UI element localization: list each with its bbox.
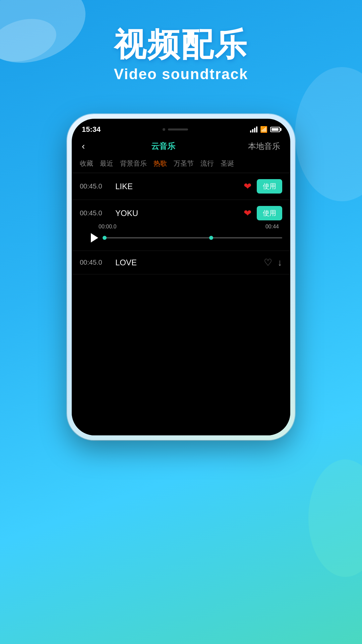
player-time-labels: 00:00.0 00:44: [80, 224, 282, 230]
status-icons: 📶: [250, 126, 280, 133]
notch-dot: [163, 128, 165, 131]
tab-collect[interactable]: 收藏: [80, 159, 93, 168]
header-area: 视频配乐 Video soundtrack: [0, 0, 362, 83]
song-row-love: 00:45.0 LOVE ♡ ↓: [80, 257, 282, 268]
notch-bar: [168, 128, 188, 130]
cloud-music-tab[interactable]: 云音乐: [78, 141, 248, 152]
song-row: 00:45.0 LIKE ❤ 使用: [80, 179, 282, 194]
song-duration: 00:45.0: [80, 182, 110, 190]
wifi-icon: 📶: [260, 126, 267, 133]
phone-screen: 15:34 📶: [72, 119, 290, 435]
category-tabs: 收藏 最近 背景音乐 热歌 万圣节 流行 圣诞: [72, 157, 290, 173]
nav-bar: ‹ 云音乐 本地音乐: [72, 137, 290, 157]
empty-screen-area: [72, 274, 290, 435]
main-title: 视频配乐: [0, 27, 362, 62]
tab-popular[interactable]: 流行: [200, 159, 214, 168]
song-list: 00:45.0 LIKE ❤ 使用 00:45.0 YOKU ❤ 使用: [72, 173, 290, 274]
time-start: 00:00.0: [99, 224, 116, 230]
status-bar: 15:34 📶: [72, 119, 290, 137]
use-button-like[interactable]: 使用: [257, 179, 282, 194]
tab-hot[interactable]: 热歌: [154, 159, 167, 168]
song-duration-yoku: 00:45.0: [80, 209, 110, 217]
progress-dot-start[interactable]: [103, 236, 107, 240]
song-name-yoku: YOKU: [115, 209, 238, 218]
sub-title: Video soundtrack: [0, 66, 362, 83]
play-button[interactable]: [88, 231, 101, 245]
song-name-love: LOVE: [115, 258, 258, 267]
status-time: 15:34: [82, 125, 101, 134]
signal-icon: [250, 126, 257, 132]
phone-inner: 15:34 📶: [72, 119, 290, 435]
notch: [155, 125, 195, 134]
progress-bar-area: [80, 231, 282, 245]
progress-track[interactable]: [105, 237, 282, 238]
song-name-like: LIKE: [115, 182, 238, 191]
tab-bgm[interactable]: 背景音乐: [120, 159, 147, 168]
tab-recent[interactable]: 最近: [100, 159, 113, 168]
tab-christmas[interactable]: 圣诞: [221, 159, 234, 168]
like-button-yoku[interactable]: ❤: [244, 208, 251, 219]
like-button-love[interactable]: ♡: [264, 257, 272, 268]
player-controls: 00:00.0 00:44: [80, 224, 282, 245]
song-duration-love: 00:45.0: [80, 259, 110, 266]
song-row-yoku: 00:45.0 YOKU ❤ 使用: [80, 206, 282, 220]
local-music-tab[interactable]: 本地音乐: [248, 141, 280, 152]
song-item-love: 00:45.0 LOVE ♡ ↓: [72, 251, 290, 274]
song-item-like: 00:45.0 LIKE ❤ 使用: [72, 173, 290, 200]
phone-mockup: 15:34 📶: [67, 114, 295, 440]
tab-halloween[interactable]: 万圣节: [174, 159, 194, 168]
bg-decoration-3: [295, 67, 362, 201]
time-end: 00:44: [265, 224, 279, 230]
play-triangle-icon: [91, 233, 98, 243]
download-button-love[interactable]: ↓: [278, 257, 282, 268]
phone-outer-shell: 15:34 📶: [67, 114, 295, 440]
use-button-yoku[interactable]: 使用: [257, 206, 282, 220]
like-button-like[interactable]: ❤: [244, 181, 251, 192]
bg-decoration-4: [308, 460, 362, 577]
progress-dot-end[interactable]: [209, 236, 213, 240]
battery-icon: [270, 127, 280, 132]
song-item-yoku: 00:45.0 YOKU ❤ 使用 00:00.0 00:44: [72, 200, 290, 251]
